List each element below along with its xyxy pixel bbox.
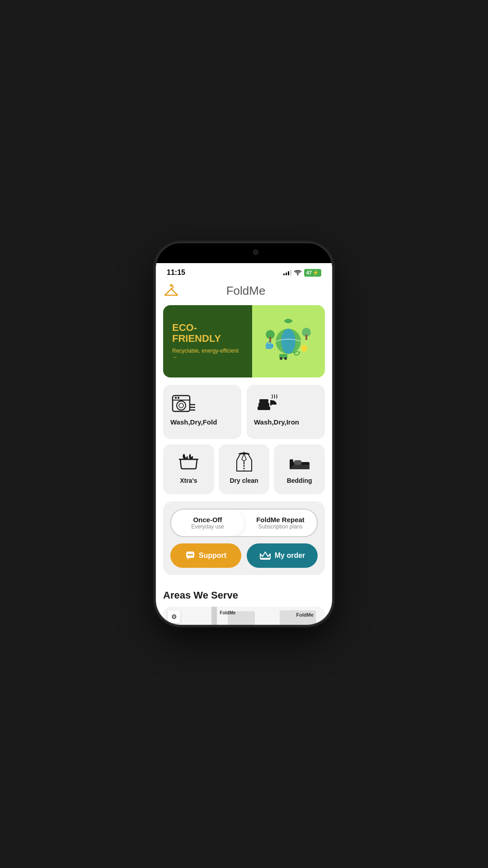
once-off-label: Once-Off [176, 516, 239, 524]
svg-rect-23 [258, 403, 269, 406]
service-dry-clean-label: Dry clean [230, 477, 258, 484]
status-icons: 47 ⚡ [283, 269, 321, 277]
service-wash-dry-fold[interactable]: Wash,Dry,Fold [163, 385, 241, 439]
front-camera [253, 250, 258, 255]
app-title: FoldMe [187, 284, 305, 298]
map-background: 📍 FoldMe FoldMe ⚙ [163, 607, 325, 625]
svg-point-16 [179, 403, 183, 408]
svg-point-11 [284, 357, 287, 360]
map-route [163, 607, 325, 625]
service-wash-dry-iron[interactable]: Wash,Dry,Iron [247, 385, 325, 439]
wash-dry-fold-icon [170, 392, 195, 415]
hanger-icon [163, 284, 179, 298]
svg-rect-22 [258, 406, 270, 410]
map-container[interactable]: 📍 FoldMe FoldMe ⚙ [163, 607, 325, 625]
eco-banner-left: ECO-FRIENDLY Recyclable, energy-efficien… [163, 305, 252, 377]
svg-point-31 [243, 468, 244, 469]
service-dry-clean[interactable]: Dry clean [219, 444, 270, 494]
svg-point-2 [281, 329, 296, 354]
notch-pill [217, 247, 271, 260]
dry-clean-icon [234, 451, 254, 473]
eco-subtitle: Recyclable, energy-efficient → [172, 348, 243, 360]
my-order-button[interactable]: My order [247, 543, 318, 568]
svg-point-7 [301, 345, 307, 351]
status-time: 11:15 [167, 269, 185, 277]
support-label: Support [199, 552, 226, 560]
svg-point-29 [243, 462, 244, 464]
battery-level: 47 [306, 270, 312, 275]
eco-title: ECO-FRIENDLY [172, 322, 243, 344]
svg-rect-18 [178, 397, 179, 399]
wash-dry-iron-icon [254, 392, 279, 415]
status-bar: 11:15 47 ⚡ [156, 263, 332, 278]
order-label: My order [275, 552, 305, 560]
once-off-toggle[interactable]: Once-Off Everyday use [171, 509, 244, 536]
phone-frame: 11:15 47 ⚡ [156, 243, 332, 625]
areas-title: Areas We Serve [163, 590, 325, 601]
battery-charge-icon: ⚡ [313, 270, 319, 276]
svg-point-10 [280, 357, 282, 360]
repeat-toggle[interactable]: FoldMe Repeat Subscription plans [244, 509, 317, 536]
svg-point-37 [189, 554, 191, 556]
battery-indicator: 47 ⚡ [304, 269, 321, 277]
phone-screen: 11:15 47 ⚡ [156, 243, 332, 625]
app-header: FoldMe [163, 278, 325, 305]
svg-rect-24 [259, 399, 268, 403]
svg-point-38 [191, 554, 193, 556]
support-chat-icon [185, 551, 195, 561]
xtras-icon [178, 451, 199, 473]
service-wash-dry-fold-label: Wash,Dry,Fold [170, 418, 217, 426]
service-type-toggle[interactable]: Once-Off Everyday use FoldMe Repeat Subs… [170, 509, 318, 537]
action-buttons: Support My order [170, 543, 318, 568]
svg-rect-17 [175, 397, 177, 399]
service-wash-dry-iron-label: Wash,Dry,Iron [254, 418, 299, 426]
wifi-icon [294, 270, 301, 275]
support-button[interactable]: Support [170, 543, 241, 568]
svg-rect-34 [294, 460, 301, 465]
svg-point-36 [188, 554, 189, 556]
eco-banner-right [252, 305, 325, 377]
eco-banner[interactable]: ECO-FRIENDLY Recyclable, energy-efficien… [163, 305, 325, 377]
bedding-icon [288, 451, 311, 473]
areas-section: Areas We Serve [156, 590, 332, 625]
service-row-2: Xtra's [163, 444, 325, 494]
svg-rect-12 [266, 344, 272, 349]
svg-rect-6 [305, 335, 307, 340]
notch [156, 243, 332, 263]
service-xtras-label: Xtra's [180, 477, 197, 484]
once-off-sub: Everyday use [176, 524, 239, 530]
service-row-1: Wash,Dry,Fold [163, 385, 325, 439]
service-bedding[interactable]: Bedding [274, 444, 325, 494]
order-crown-icon [259, 551, 271, 560]
toggle-section: Once-Off Everyday use FoldMe Repeat Subs… [163, 501, 325, 575]
signal-icon [283, 270, 291, 275]
main-content: FoldMe ECO-FRIENDLY Recyclable, energy-e… [156, 278, 332, 590]
service-bedding-label: Bedding [287, 477, 312, 484]
svg-rect-4 [269, 337, 271, 342]
repeat-sub: Subscription plans [249, 524, 312, 530]
svg-rect-25 [270, 402, 272, 406]
svg-point-15 [177, 401, 186, 410]
repeat-label: FoldMe Repeat [249, 516, 312, 524]
svg-point-30 [243, 465, 244, 467]
svg-rect-39 [260, 558, 270, 560]
service-xtras[interactable]: Xtra's [163, 444, 214, 494]
eco-illustration [261, 314, 315, 368]
svg-rect-8 [303, 350, 305, 352]
